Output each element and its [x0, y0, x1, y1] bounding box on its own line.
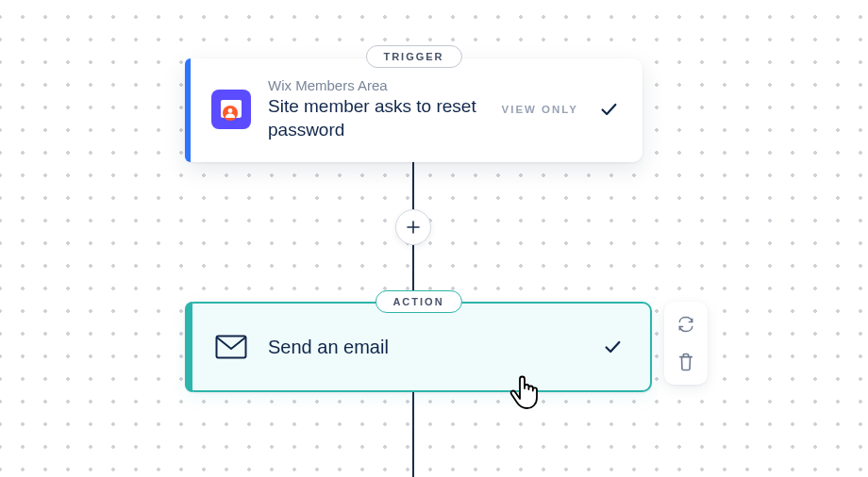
svg-point-3: [228, 108, 233, 113]
email-icon: [215, 335, 247, 359]
svg-rect-4: [217, 337, 246, 358]
trigger-eyebrow: Wix Members Area: [268, 77, 485, 93]
action-accent-bar: [185, 302, 192, 392]
action-complete-check-icon: [599, 334, 626, 360]
svg-rect-1: [221, 100, 242, 105]
trigger-accent-bar: [185, 58, 191, 162]
view-only-label: VIEW ONLY: [502, 104, 578, 115]
members-area-icon: [211, 90, 251, 129]
pointer-cursor-icon: [508, 373, 540, 415]
svg-point-2: [223, 106, 238, 121]
plus-icon: [406, 220, 421, 235]
trigger-complete-check-icon: [595, 96, 622, 123]
add-step-button[interactable]: [395, 209, 431, 245]
replace-action-button[interactable]: [675, 313, 697, 336]
action-card[interactable]: ACTION Send an email: [185, 302, 652, 392]
refresh-icon: [676, 315, 695, 334]
trigger-badge: TRIGGER: [365, 45, 461, 68]
trigger-text: Wix Members Area Site member asks to res…: [268, 77, 485, 141]
trigger-card[interactable]: TRIGGER Wix Members Area Site member ask…: [185, 58, 643, 162]
trash-icon: [677, 353, 694, 371]
action-badge: ACTION: [375, 290, 461, 313]
delete-action-button[interactable]: [675, 351, 697, 373]
trigger-title: Site member asks to reset password: [268, 95, 485, 141]
action-side-toolbar: [664, 302, 708, 385]
action-title: Send an email: [268, 337, 582, 358]
